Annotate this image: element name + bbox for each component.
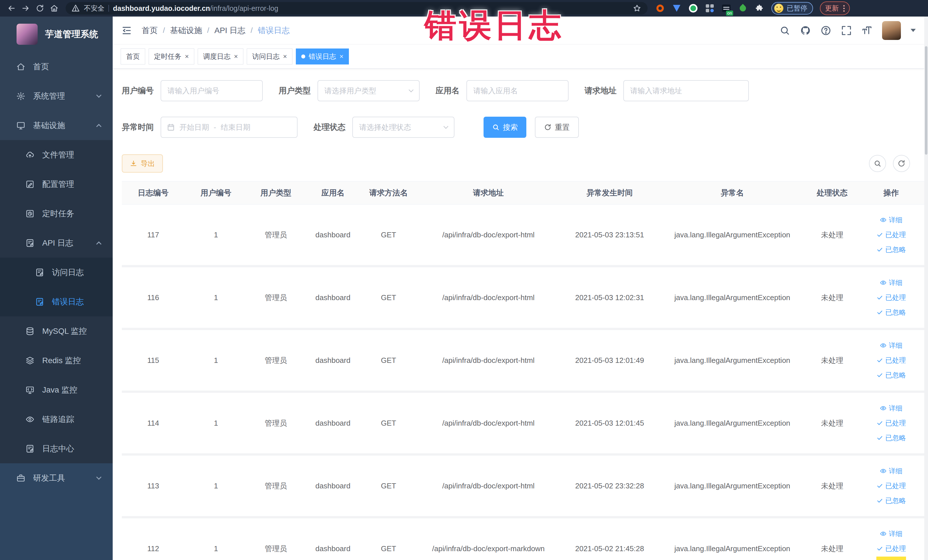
processed-link[interactable]: 已处理 — [876, 354, 906, 367]
reload-icon[interactable] — [34, 2, 46, 15]
detail-link[interactable]: 详细 — [880, 464, 903, 478]
close-icon[interactable]: × — [283, 53, 287, 60]
breadcrumb-link[interactable]: 首页 — [142, 25, 158, 36]
extension-icon-adblock[interactable]: on — [721, 3, 731, 14]
search-icon[interactable] — [779, 25, 790, 36]
cell-status: 未处理 — [806, 266, 858, 329]
extension-icon-leaf[interactable] — [738, 3, 748, 14]
user-dropdown-icon[interactable] — [911, 29, 916, 32]
api-log-icon — [25, 238, 35, 248]
close-icon[interactable]: × — [185, 53, 189, 60]
date-range-picker[interactable]: 开始日期 - 结束日期 — [160, 117, 298, 138]
sidebar-item[interactable]: 基础设施 — [0, 111, 113, 140]
back-icon[interactable] — [5, 2, 18, 15]
detail-link-label: 详细 — [889, 464, 903, 478]
detail-link[interactable]: 详细 — [880, 401, 903, 415]
ignored-link[interactable]: 已忽略 — [876, 368, 906, 382]
sidebar-item-label: Java 监控 — [42, 385, 77, 395]
sidebar-item[interactable]: 系统管理 — [0, 81, 113, 111]
ignored-link[interactable]: 已忽略 — [876, 305, 906, 319]
sidebar-item[interactable]: 文件管理 — [0, 140, 113, 169]
view-tab[interactable]: 访问日志 × — [247, 49, 292, 64]
user-type-select[interactable]: 请选择用户类型 — [317, 80, 420, 101]
request-url-input[interactable] — [623, 80, 749, 101]
browser-home-icon[interactable] — [48, 2, 61, 15]
detail-link[interactable]: 详细 — [880, 213, 903, 227]
ignored-link[interactable]: 已忽略 — [876, 557, 906, 560]
extension-icon-green[interactable] — [688, 3, 698, 14]
browser-menu-icon[interactable] — [843, 5, 845, 12]
refresh-table-button[interactable] — [893, 155, 910, 172]
cell-log-id: 113 — [122, 455, 185, 517]
font-size-icon[interactable] — [862, 25, 872, 36]
reset-button[interactable]: 重置 — [535, 117, 579, 138]
sidebar-item[interactable]: 定时任务 — [0, 199, 113, 228]
paused-badge[interactable]: 已暂停 — [771, 2, 813, 15]
table-row: 117 1 管理员 dashboard GET /api/infra/db-do… — [122, 204, 924, 267]
view-tab[interactable]: 调度日志 × — [198, 49, 243, 64]
github-icon[interactable] — [800, 25, 811, 36]
sidebar-item[interactable]: 日志中心 — [0, 434, 113, 463]
sidebar-item[interactable]: 链路追踪 — [0, 404, 113, 434]
divider — [108, 5, 109, 12]
extension-icon-ring[interactable] — [655, 3, 665, 14]
sidebar-item[interactable]: Java 监控 — [0, 375, 113, 404]
breadcrumb-link[interactable]: 错误日志 — [258, 25, 290, 36]
detail-link[interactable]: 详细 — [880, 339, 903, 352]
address-bar[interactable]: 不安全 dashboard.yudao.iocoder.cn/infra/log… — [66, 2, 647, 15]
extension-icon-grid[interactable] — [705, 3, 715, 14]
update-button[interactable]: 更新 — [820, 2, 850, 15]
avatar[interactable] — [882, 21, 901, 40]
help-icon[interactable] — [820, 25, 831, 36]
sidebar-item[interactable]: 访问日志 — [0, 258, 113, 287]
table-row: 116 1 管理员 dashboard GET /api/infra/db-do… — [122, 266, 924, 329]
bookmark-star-icon[interactable] — [632, 3, 642, 13]
sidebar-item[interactable]: 配置管理 — [0, 169, 113, 199]
close-icon[interactable]: × — [234, 53, 238, 60]
sidebar-fold-icon[interactable] — [121, 25, 132, 36]
processed-link[interactable]: 已处理 — [876, 479, 906, 493]
processed-link[interactable]: 已处理 — [876, 228, 906, 242]
search-button[interactable]: 搜索 — [484, 117, 527, 138]
fullscreen-icon[interactable] — [841, 25, 852, 36]
view-tab[interactable]: 错误日志 × — [296, 49, 349, 64]
processed-link[interactable]: 已处理 — [876, 416, 906, 430]
table-row: 114 1 管理员 dashboard GET /api/infra/db-do… — [122, 392, 924, 455]
scrollbar-thumb[interactable] — [925, 46, 927, 155]
forward-icon[interactable] — [20, 2, 32, 15]
ignored-link[interactable]: 已忽略 — [876, 494, 906, 508]
close-icon[interactable]: × — [339, 53, 343, 60]
processed-link[interactable]: 已处理 — [876, 542, 906, 555]
security-label: 不安全 — [84, 4, 104, 13]
detail-link[interactable]: 详细 — [880, 527, 903, 540]
breadcrumb-link[interactable]: 基础设施 — [170, 25, 202, 36]
app-name-input[interactable] — [466, 80, 569, 101]
sidebar-item[interactable]: MySQL 监控 — [0, 316, 113, 346]
sidebar-item[interactable]: Redis 监控 — [0, 346, 113, 375]
page-scrollbar[interactable] — [924, 17, 928, 560]
export-button[interactable]: 导出 — [122, 154, 163, 172]
view-tab[interactable]: 定时任务 × — [149, 49, 194, 64]
sidebar-item[interactable]: 错误日志 — [0, 287, 113, 316]
user-id-input[interactable] — [160, 80, 263, 101]
view-tab[interactable]: 首页 — [121, 49, 145, 64]
app-logo[interactable]: 芋道管理系统 — [0, 17, 113, 52]
detail-link[interactable]: 详细 — [880, 276, 903, 290]
sidebar-item[interactable]: 首页 — [0, 52, 113, 81]
breadcrumb-link[interactable]: API 日志 — [214, 25, 245, 36]
trace-icon — [25, 415, 35, 424]
extensions-puzzle-icon[interactable] — [754, 3, 765, 14]
sidebar-item[interactable]: 研发工具 — [0, 463, 113, 493]
eye-icon — [880, 342, 887, 349]
warning-icon[interactable] — [71, 4, 80, 12]
process-status-select[interactable]: 请选择处理状态 — [352, 117, 455, 138]
processed-link[interactable]: 已处理 — [876, 291, 906, 304]
extension-icon-shield[interactable] — [672, 3, 682, 14]
ignored-link[interactable]: 已忽略 — [876, 243, 906, 256]
toggle-search-button[interactable] — [869, 155, 886, 172]
ignored-link[interactable]: 已忽略 — [876, 431, 906, 445]
cell-actions: 详细 已处理 已忽略 — [858, 204, 924, 267]
cell-user-id: 1 — [185, 204, 247, 267]
sidebar-item[interactable]: API 日志 — [0, 228, 113, 258]
table-row: 115 1 管理员 dashboard GET /api/infra/db-do… — [122, 329, 924, 392]
